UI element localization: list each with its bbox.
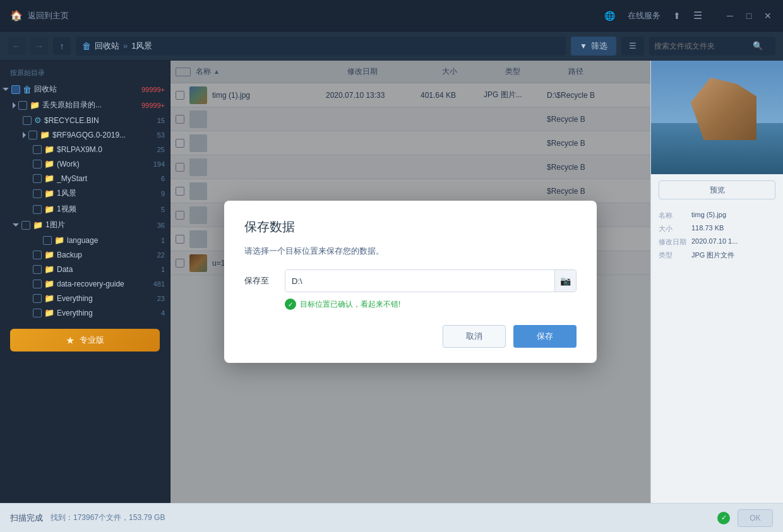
sidebar-checkbox-everything1[interactable] (33, 294, 42, 303)
info-value-name: timg (5).jpg (691, 211, 775, 220)
folder-icon-work: 📁 (44, 159, 54, 168)
title-bar: 🏠 返回到主页 🌐 在线服务 ⬆ ☰ ─ □ ✕ (0, 0, 783, 32)
info-label-type: 类型 (659, 251, 691, 260)
sidebar-checkbox-1sp[interactable] (33, 205, 42, 214)
sidebar-item-everything2[interactable]: 📁 Everything 4 (0, 305, 170, 320)
breadcrumb-part2[interactable]: 1风景 (131, 40, 152, 52)
menu-icon[interactable]: ☰ (693, 9, 702, 21)
sidebar-checkbox-backup[interactable] (33, 251, 42, 259)
folder-icon-1tp: 📁 (33, 220, 43, 230)
sidebar-item-mystart[interactable]: 📁 _MyStart 6 (0, 171, 170, 186)
sidebar-count-everything2: 4 (161, 309, 165, 317)
sidebar-count-rf9: 53 (157, 131, 165, 139)
sidebar-item-recycle[interactable]: 🗑 回收站 99999+ (0, 81, 170, 97)
sidebar-count-mystart: 6 (161, 175, 165, 182)
modal-validation: ✓ 目标位置已确认，看起来不错! (244, 299, 577, 310)
scan-complete-icon: ✓ (717, 512, 730, 524)
sidebar-item-everything1[interactable]: 📁 Everything 23 (0, 291, 170, 305)
sidebar-checkbox-1fj[interactable] (33, 189, 42, 198)
filter-button[interactable]: ▼ 筛选 (571, 37, 616, 56)
cancel-button[interactable]: 取消 (443, 325, 506, 348)
save-path-input[interactable] (285, 270, 554, 292)
sidebar-label-rlpax: $RLPAX9M.0 (57, 145, 155, 154)
folder-icon-mystart: 📁 (44, 174, 54, 183)
browse-button[interactable]: 📷 (554, 270, 576, 292)
sidebar-label-language: language (67, 236, 158, 245)
sidebar-checkbox-mystart[interactable] (33, 174, 42, 183)
search-input[interactable] (654, 42, 749, 50)
sidebar-checkbox-recycle[interactable] (11, 85, 20, 94)
ok-button[interactable]: OK (738, 509, 773, 527)
sidebar-item-language[interactable]: 📁 language 1 (0, 233, 170, 247)
info-label-size: 大小 (659, 224, 691, 233)
save-button[interactable]: 保存 (513, 325, 577, 348)
pro-badge[interactable]: ★ 专业版 (10, 329, 160, 352)
share-icon: ⬆ (673, 11, 681, 21)
sidebar-checkbox-lost[interactable] (18, 101, 27, 110)
sidebar-checkbox-language[interactable] (43, 236, 52, 245)
sidebar-item-recycle-label: 回收站 (34, 84, 139, 95)
preview-panel: 预览 名称 timg (5).jpg 大小 118.73 KB 修改日期 202… (650, 61, 783, 503)
sidebar-item-recycle-bin[interactable]: ⚙ $RECYCLE.BIN 15 (0, 113, 170, 127)
preview-button[interactable]: 预览 (659, 180, 775, 199)
sidebar-checkbox-rlpax[interactable] (33, 145, 42, 154)
maximize-button[interactable]: □ (744, 11, 754, 21)
service-label[interactable]: 在线服务 (628, 10, 660, 21)
breadcrumb-part1[interactable]: 回收站 (95, 40, 119, 52)
sidebar-item-lost[interactable]: 📁 丢失原始目录的... 99999+ (0, 97, 170, 113)
view-menu-button[interactable]: ☰ (621, 37, 644, 56)
folder-icon-backup: 📁 (44, 250, 54, 259)
breadcrumb-separator: » (123, 41, 128, 50)
info-row-type: 类型 JPG 图片文件 (659, 251, 775, 260)
sidebar-count-1sp: 5 (161, 206, 165, 213)
up-button[interactable]: ↑ (53, 37, 71, 55)
sidebar-item-1fj[interactable]: 📁 1风景 9 (0, 186, 170, 201)
sidebar-checkbox-everything2[interactable] (33, 309, 42, 317)
pro-label: 专业版 (80, 334, 104, 346)
sidebar-count-1fj: 9 (161, 190, 165, 198)
modal-title: 保存数据 (244, 218, 577, 235)
sidebar-item-1sp[interactable]: 📁 1视频 5 (0, 201, 170, 217)
close-button[interactable]: ✕ (763, 11, 773, 21)
sidebar-checkbox-recyclebin[interactable] (23, 116, 32, 125)
sidebar-item-drg[interactable]: 📁 data-recovery-guide 481 (0, 276, 170, 291)
sidebar-checkbox-data[interactable] (33, 265, 42, 274)
sidebar-item-recycle-count: 99999+ (141, 86, 165, 93)
sidebar-label-drg: data-recovery-guide (57, 280, 151, 288)
info-value-type: JPG 图片文件 (691, 251, 775, 260)
sidebar-item-rf9[interactable]: 📁 $RF9AGQG.0-2019... 53 (0, 127, 170, 142)
sidebar-count-data: 1 (161, 266, 165, 273)
sidebar-item-data[interactable]: 📁 Data 1 (0, 262, 170, 276)
home-icon: 🏠 (10, 9, 23, 21)
back-button[interactable]: ← (8, 37, 25, 55)
sidebar-count-rlpax: 25 (157, 146, 165, 153)
recycle-bin-icon: 🗑 (23, 85, 32, 95)
save-dialog: 保存数据 请选择一个目标位置来保存您的数据。 保存至 📷 ✓ 目标位置已确认，看… (224, 201, 597, 363)
sidebar-item-work[interactable]: 📁 (Work) 194 (0, 157, 170, 171)
forward-button[interactable]: → (30, 37, 48, 55)
sidebar-checkbox-work[interactable] (33, 160, 42, 168)
service-icon: 🌐 (604, 11, 615, 21)
sidebar-checkbox-rf9[interactable] (28, 131, 37, 139)
sidebar-label-everything1: Everything (57, 294, 155, 303)
search-box[interactable]: 🔍 (649, 37, 775, 56)
modal-description: 请选择一个目标位置来保存您的数据。 (244, 245, 577, 257)
sidebar-count-everything1: 23 (157, 295, 165, 302)
sidebar-checkbox-drg[interactable] (33, 280, 42, 288)
folder-icon-data: 📁 (44, 264, 54, 274)
status-bar: 扫描完成 找到：173967个文件，153.79 GB ✓ OK (0, 503, 783, 532)
info-row-date: 修改日期 2020.07.10 1... (659, 237, 775, 247)
sidebar-checkbox-1tp[interactable] (21, 221, 30, 230)
folder-icon-rlpax: 📁 (44, 145, 54, 154)
preview-image (651, 61, 783, 174)
sidebar-count-language: 1 (161, 237, 165, 244)
sidebar-item-rlpax[interactable]: 📁 $RLPAX9M.0 25 (0, 142, 170, 157)
sidebar-label-work: (Work) (57, 160, 151, 168)
folder-icon-lost: 📁 (30, 100, 40, 110)
home-label[interactable]: 返回到主页 (28, 10, 69, 21)
minimize-button[interactable]: ─ (725, 11, 735, 21)
modal-field-saveto: 保存至 📷 (244, 269, 577, 292)
folder-icon-everything1: 📁 (44, 293, 54, 303)
sidebar-item-1tp[interactable]: 📁 1图片 36 (0, 217, 170, 233)
sidebar-item-backup[interactable]: 📁 Backup 22 (0, 247, 170, 262)
